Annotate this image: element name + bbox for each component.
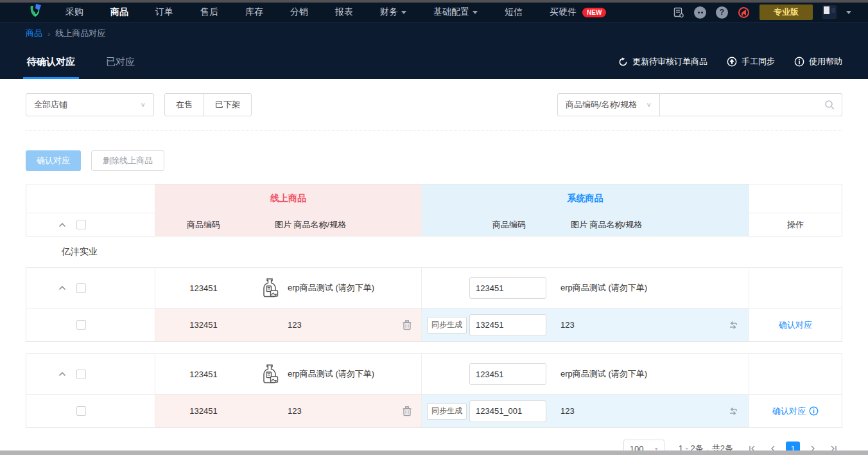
bottom-edge-strip: [0, 451, 868, 455]
nav-item-sms[interactable]: 短信: [505, 6, 523, 18]
refresh-pending-orders-action[interactable]: 更新待审核订单商品: [618, 56, 707, 67]
table-row-child: 132451 123 同步生成: [26, 308, 842, 341]
tab-matched[interactable]: 已对应: [105, 44, 136, 79]
bottle-photo-icon[interactable]: [260, 364, 279, 384]
online-subheader: 商品编码 图片 商品名称/规格: [155, 213, 421, 236]
nav-item-goods[interactable]: 商品: [110, 6, 128, 18]
system-code-input[interactable]: [469, 277, 546, 299]
nav-item-reports[interactable]: 报表: [335, 6, 353, 18]
table-row-child: 132451 123 同步生成: [26, 394, 842, 427]
tabs: 待确认对应 已对应: [26, 44, 136, 79]
question-icon[interactable]: ?: [716, 6, 728, 19]
dotted-divider: [26, 130, 842, 131]
delete-row-action[interactable]: [393, 406, 421, 416]
search-icon[interactable]: [824, 100, 835, 111]
help-action[interactable]: 使用帮助: [794, 56, 842, 67]
row-checkbox[interactable]: [76, 406, 86, 416]
refresh-label: 更新待审核订单商品: [632, 56, 707, 67]
sync-generate-button[interactable]: 同步生成: [427, 317, 467, 334]
online-goods-group-header: 线上商品: [155, 184, 421, 213]
trash-icon: [402, 406, 412, 416]
nav-item-inventory[interactable]: 库存: [245, 6, 263, 18]
match-table: 线上商品 系统商品 商品编码 图片 商品名称/规格 商品编码: [26, 184, 842, 428]
shop-select[interactable]: 全部店铺 ∨: [26, 93, 154, 116]
breadcrumb-separator: ›: [48, 29, 50, 39]
swap-match-action[interactable]: [718, 406, 749, 416]
manual-sync-label: 手工同步: [742, 56, 775, 67]
sync-slot: 同步生成: [427, 317, 469, 334]
notification-megaphone-icon[interactable]: [738, 6, 750, 19]
breadcrumb-section[interactable]: 商品: [26, 28, 42, 39]
sync-generate-button[interactable]: 同步生成: [427, 403, 467, 420]
system-code-input[interactable]: [469, 363, 546, 385]
nav-item-hardware[interactable]: 买硬件NEW: [550, 6, 606, 18]
system-name: 123: [546, 320, 718, 330]
nav-item-distribution[interactable]: 分销: [290, 6, 308, 18]
nav-item-hardware-label: 买硬件: [550, 6, 577, 18]
sync-slot: 同步生成: [427, 403, 469, 420]
chat-icon[interactable]: [694, 6, 706, 19]
system-code-input[interactable]: [469, 314, 546, 336]
row-checkbox[interactable]: [76, 320, 86, 330]
confirm-match-label: 确认对应: [772, 406, 806, 417]
refresh-icon: [618, 57, 628, 67]
bottle-photo-icon[interactable]: [260, 278, 279, 298]
system-name: erp商品测试 (请勿下单): [546, 282, 718, 294]
online-code-header: 商品编码: [155, 219, 252, 231]
online-img-name-header: 图片 商品名称/规格: [275, 219, 346, 231]
online-goods-cell: 132451 123: [155, 395, 421, 427]
match-group: 123451 erp商品测试 (请勿下单): [26, 267, 842, 342]
off-sale-button[interactable]: 已下架: [204, 93, 252, 116]
system-goods-cell: erp商品测试 (请勿下单): [421, 268, 749, 308]
confirm-match-button[interactable]: 确认对应: [26, 150, 81, 171]
nav-item-purchase[interactable]: 采购: [65, 6, 83, 18]
nav-item-finance[interactable]: 财务: [380, 6, 406, 18]
pro-version-button[interactable]: 专业版: [759, 4, 813, 20]
nav-item-settings[interactable]: 基础配置: [433, 6, 478, 18]
chevron-down-icon: ∨: [140, 101, 146, 108]
avatar[interactable]: [822, 5, 837, 19]
on-sale-button[interactable]: 在售: [164, 93, 204, 116]
shop-group-label: 亿沣实业: [26, 236, 842, 267]
confirm-match-link[interactable]: 确认对应: [772, 406, 819, 417]
table-header-columns: 商品编码 图片 商品名称/规格 商品编码 图片 商品名称/规格 操作: [26, 213, 842, 236]
row-select-cell: [26, 354, 155, 394]
chat-dots: [698, 12, 703, 13]
shop-select-value: 全部店铺: [34, 99, 67, 111]
confirm-match-link[interactable]: 确认对应: [779, 319, 812, 331]
monitor-icon[interactable]: [673, 6, 684, 18]
online-code: 123451: [155, 370, 252, 379]
search-input[interactable]: [666, 100, 824, 110]
op-header: 操作: [749, 213, 842, 236]
collapse-all-chevron-up-icon[interactable]: [58, 222, 66, 228]
nav-item-orders[interactable]: 订单: [155, 6, 173, 18]
system-img-name-header: 图片 商品名称/规格: [571, 219, 642, 231]
manual-sync-action[interactable]: 手工同步: [727, 56, 775, 67]
op-cell: 确认对应: [749, 308, 842, 341]
account-chevron-down-icon[interactable]: [846, 11, 851, 14]
collapse-chevron-up-icon[interactable]: [58, 285, 66, 290]
online-name: erp商品测试 (请勿下单): [288, 368, 393, 380]
select-all-checkbox[interactable]: [76, 220, 86, 229]
table-header: 线上商品 系统商品 商品编码 图片 商品名称/规格 商品编码: [26, 184, 842, 236]
op-cell-empty: [749, 268, 842, 308]
sale-status-toggle: 在售 已下架: [164, 93, 252, 116]
top-nav: 采购 商品 订单 售后 库存 分销 报表 财务 基础配置 短信 买硬件NEW ?: [0, 3, 868, 22]
upload-circle-icon: [727, 57, 737, 67]
online-name: 123: [288, 406, 393, 416]
row-checkbox[interactable]: [76, 370, 86, 379]
collapse-chevron-up-icon[interactable]: [58, 371, 66, 377]
delete-row-action[interactable]: [393, 319, 421, 330]
app-logo-icon[interactable]: [28, 3, 42, 19]
row-checkbox[interactable]: [76, 283, 86, 293]
system-code-input[interactable]: [469, 400, 546, 422]
swap-match-action[interactable]: [718, 320, 749, 330]
info-circle-icon: [794, 57, 804, 67]
nav-menu: 采购 商品 订单 售后 库存 分销 报表 财务 基础配置 短信 买硬件NEW: [65, 6, 606, 18]
tab-actions: 更新待审核订单商品 手工同步 使用帮助: [618, 56, 842, 67]
online-goods-cell: 123451 erp商品测试 (请勿下单): [155, 354, 421, 394]
search-type-select[interactable]: 商品编码/名称/规格 ∨: [557, 93, 660, 116]
delete-online-goods-button[interactable]: 删除线上商品: [91, 150, 164, 171]
nav-item-aftersale[interactable]: 售后: [200, 6, 218, 18]
tab-pending-match[interactable]: 待确认对应: [26, 44, 76, 79]
